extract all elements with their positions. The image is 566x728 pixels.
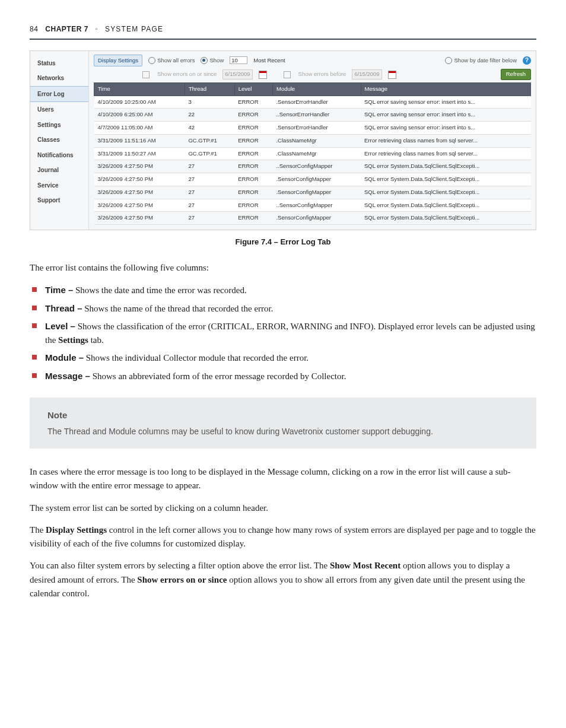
sidebar-item-support[interactable]: Support bbox=[30, 193, 88, 208]
table-cell: 27 bbox=[185, 199, 234, 212]
sidebar-item-users[interactable]: Users bbox=[30, 102, 88, 117]
on-since-date-field[interactable]: 6/15/2009 bbox=[222, 69, 252, 80]
error-log-table: TimeThreadLevelModuleMessage 4/10/2009 1… bbox=[94, 82, 531, 225]
text: You can also filter system errors by sel… bbox=[30, 561, 330, 570]
column-list: Time – Shows the date and time the error… bbox=[30, 283, 536, 383]
show-count-input[interactable] bbox=[230, 56, 247, 64]
table-cell: Error retrieving class names from sql se… bbox=[361, 134, 531, 147]
table-row[interactable]: 3/26/2009 4:27:50 PM27ERROR.SensorConfig… bbox=[94, 173, 531, 186]
level-desc-1: Shows the classification of the error (C… bbox=[45, 322, 535, 345]
most-recent-label: Most Recent bbox=[253, 56, 285, 65]
table-row[interactable]: 3/26/2009 4:27:50 PM27ERROR..SensorConfi… bbox=[94, 160, 531, 173]
sidebar-item-settings[interactable]: Settings bbox=[30, 117, 88, 133]
table-cell: SQL error System.Data.SqlClient.SqlExcep… bbox=[361, 186, 531, 199]
table-cell: ERROR bbox=[234, 134, 272, 147]
table-cell: GC.GTP.#1 bbox=[185, 134, 234, 147]
sidebar-item-service[interactable]: Service bbox=[30, 178, 88, 193]
sidebar-item-status[interactable]: Status bbox=[30, 56, 88, 71]
time-term: Time – bbox=[45, 285, 73, 295]
list-item: Message – Shows an abbreviated form of t… bbox=[30, 369, 536, 383]
time-desc: Shows the date and time the error was re… bbox=[73, 285, 246, 295]
note-title: Note bbox=[47, 408, 519, 422]
before-label: Show errors before bbox=[298, 70, 346, 79]
table-cell: ERROR bbox=[234, 122, 272, 135]
thread-desc: Shows the name of the thread that record… bbox=[82, 304, 274, 313]
table-cell: 27 bbox=[185, 160, 234, 173]
show-errors-on-since-bold: Show errors on or since bbox=[137, 575, 227, 584]
table-cell: 3/26/2009 4:27:50 PM bbox=[94, 173, 185, 186]
sidebar-item-journal[interactable]: Journal bbox=[30, 163, 88, 178]
show-by-date-radio[interactable]: Show by date filter below bbox=[445, 56, 517, 65]
show-n-errors-radio[interactable]: Show bbox=[201, 56, 224, 65]
table-cell: .SensorConfigMapper bbox=[272, 173, 361, 186]
message-term: Message – bbox=[45, 371, 90, 381]
table-row[interactable]: 3/31/2009 11:51:16 AMGC.GTP.#1ERROR.Clas… bbox=[94, 134, 531, 147]
column-header-message[interactable]: Message bbox=[361, 83, 531, 96]
table-cell: 22 bbox=[185, 109, 234, 122]
paragraph-filter: You can also filter system errors by sel… bbox=[30, 559, 536, 600]
column-header-module[interactable]: Module bbox=[272, 83, 361, 96]
show-n-label: Show bbox=[209, 56, 224, 65]
message-desc: Shows an abbreviated form of the error m… bbox=[90, 371, 346, 381]
sidebar-item-networks[interactable]: Networks bbox=[30, 71, 88, 86]
list-item: Thread – Shows the name of the thread th… bbox=[30, 301, 536, 316]
table-cell: ..SensorConfigMapper bbox=[272, 160, 361, 173]
table-cell: ERROR bbox=[234, 109, 272, 122]
module-desc: Shows the individual Collector module th… bbox=[84, 353, 309, 363]
before-date-field[interactable]: 6/15/2009 bbox=[352, 69, 381, 80]
table-cell: ERROR bbox=[234, 212, 272, 225]
table-cell: 3/26/2009 4:27:50 PM bbox=[94, 160, 185, 173]
display-settings-button[interactable]: Display Settings bbox=[94, 55, 142, 67]
table-cell: SQL error saving sensor error: insert in… bbox=[361, 109, 531, 122]
table-cell: SQL error System.Data.SqlClient.SqlExcep… bbox=[361, 199, 531, 212]
column-header-thread[interactable]: Thread bbox=[185, 83, 234, 96]
table-cell: SQL error System.Data.SqlClient.SqlExcep… bbox=[361, 173, 531, 186]
table-row[interactable]: 4/10/2009 10:25:00 AM3ERROR.SensorErrorH… bbox=[94, 96, 531, 109]
table-cell: 27 bbox=[185, 212, 234, 225]
table-row[interactable]: 4/10/2009 6:25:00 AM22ERROR..SensorError… bbox=[94, 109, 531, 122]
column-header-level[interactable]: Level bbox=[234, 83, 272, 96]
sidebar-item-error-log[interactable]: Error Log bbox=[30, 86, 88, 103]
table-cell: ERROR bbox=[234, 147, 272, 160]
list-item: Time – Shows the date and time the error… bbox=[30, 283, 536, 297]
help-icon[interactable]: ? bbox=[523, 56, 531, 65]
show-most-recent-bold: Show Most Recent bbox=[330, 561, 400, 570]
table-row[interactable]: 3/26/2009 4:27:50 PM27ERROR.SensorConfig… bbox=[94, 212, 531, 225]
table-cell: ..SensorErrorHandler bbox=[272, 109, 361, 122]
note-box: Note The Thread and Module columns may b… bbox=[30, 398, 536, 449]
column-header-time[interactable]: Time bbox=[94, 83, 185, 96]
show-by-date-label: Show by date filter below bbox=[454, 56, 517, 65]
sidebar-nav: StatusNetworksError LogUsersSettingsClas… bbox=[30, 51, 89, 230]
table-cell: 3/26/2009 4:27:50 PM bbox=[94, 212, 185, 225]
table-cell: 3/31/2009 11:50:27 AM bbox=[94, 147, 185, 160]
calendar-icon[interactable] bbox=[259, 71, 267, 79]
table-cell: .ClassNameMgr bbox=[272, 147, 361, 160]
table-cell: .SensorConfigMapper bbox=[272, 186, 361, 199]
table-row[interactable]: 3/26/2009 4:27:50 PM27ERROR.SensorConfig… bbox=[94, 186, 531, 199]
table-row[interactable]: 3/26/2009 4:27:50 PM27ERROR..SensorConfi… bbox=[94, 199, 531, 212]
refresh-button[interactable]: Refresh bbox=[501, 69, 531, 80]
text: The bbox=[30, 525, 46, 535]
sidebar-item-classes[interactable]: Classes bbox=[30, 132, 88, 148]
show-all-errors-radio[interactable]: Show all errors bbox=[148, 56, 195, 65]
before-checkbox[interactable] bbox=[284, 71, 291, 78]
error-log-panel: Display Settings Show all errors Show Mo… bbox=[89, 51, 536, 230]
page-number: 84 bbox=[30, 24, 38, 35]
intro-paragraph: The error list contains the following fi… bbox=[30, 261, 536, 275]
table-row[interactable]: 3/31/2009 11:50:27 AMGC.GTP.#1ERROR.Clas… bbox=[94, 147, 531, 160]
table-cell: SQL error saving sensor error: insert in… bbox=[361, 96, 531, 109]
table-cell: 42 bbox=[185, 122, 234, 135]
on-since-checkbox[interactable] bbox=[142, 71, 150, 78]
table-cell: ..SensorConfigMapper bbox=[272, 199, 361, 212]
note-body: The Thread and Module columns may be use… bbox=[47, 425, 519, 438]
sidebar-item-notifications[interactable]: Notifications bbox=[30, 148, 88, 163]
table-cell: GC.GTP.#1 bbox=[185, 147, 234, 160]
table-row[interactable]: 4/7/2009 11:05:00 AM42ERROR.SensorErrorH… bbox=[94, 122, 531, 135]
settings-bold: Settings bbox=[58, 335, 88, 345]
page-header: 84 CHAPTER 7 ▫ SYSTEM PAGE bbox=[30, 24, 536, 35]
calendar-icon[interactable] bbox=[388, 71, 396, 79]
table-cell: 3/26/2009 4:27:50 PM bbox=[94, 199, 185, 212]
table-cell: 4/7/2009 11:05:00 AM bbox=[94, 122, 185, 135]
paragraph-display-settings: The Display Settings control in the left… bbox=[30, 523, 536, 551]
table-cell: ERROR bbox=[234, 199, 272, 212]
